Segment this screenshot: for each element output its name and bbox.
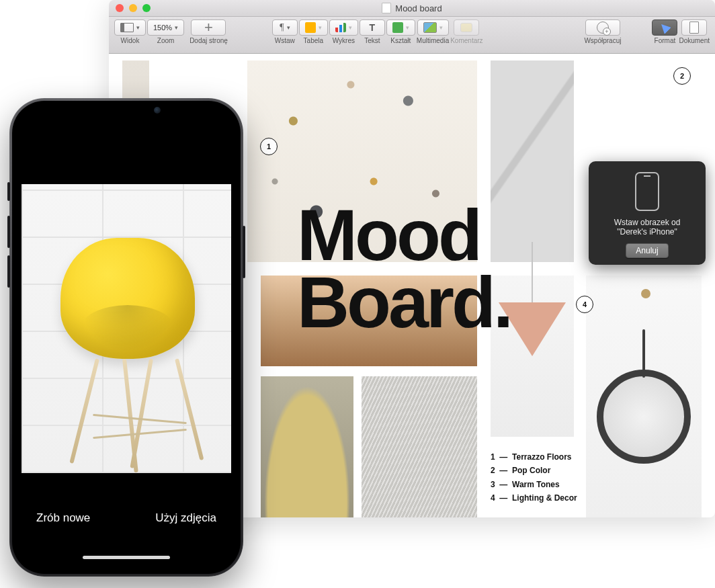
marker-1[interactable]: 1: [260, 138, 278, 155]
chevron-down-icon: ▾: [175, 24, 178, 31]
window-title: Mood board: [109, 3, 715, 13]
retake-button[interactable]: Zrób nowe: [36, 511, 90, 525]
plus-icon: +: [204, 23, 213, 32]
chart-label: Wykres: [333, 37, 355, 44]
notch: [69, 101, 183, 120]
media-icon: [423, 22, 437, 33]
chair-seat: [60, 238, 195, 359]
legend-row: 4 — Lighting & Decor: [491, 491, 577, 505]
marker-2[interactable]: 2: [673, 67, 691, 85]
text-icon: T: [370, 22, 376, 33]
collaborate-label: Współpracuj: [584, 37, 621, 44]
cancel-button[interactable]: Anuluj: [626, 243, 668, 258]
use-photo-button[interactable]: Użyj zdjęcia: [155, 511, 216, 525]
volume-down-button[interactable]: [7, 255, 10, 288]
iphone-outline-icon: [635, 172, 659, 211]
add-page-label: Dodaj stronę: [190, 37, 228, 44]
table-icon: [305, 22, 316, 33]
window-titlebar[interactable]: Mood board: [109, 0, 715, 17]
collaborate-button[interactable]: [585, 19, 620, 36]
comment-button: [454, 19, 479, 36]
shape-button[interactable]: ▾: [386, 19, 415, 36]
chevron-down-icon: ▾: [349, 24, 352, 31]
shape-icon: [392, 22, 403, 33]
silence-switch[interactable]: [7, 182, 10, 201]
view-icon: [120, 23, 134, 32]
mirror-icon: [597, 370, 691, 464]
chevron-down-icon: ▾: [287, 24, 290, 31]
format-label: Format: [655, 37, 676, 44]
text-button[interactable]: T: [360, 19, 385, 36]
popover-text-line1: Wstaw obrazek od: [595, 218, 699, 227]
iphone-bezel: Zrób nowe Użyj zdjęcia: [12, 101, 241, 574]
chevron-down-icon: ▾: [319, 24, 322, 31]
camera-bottom-bar: Zrób nowe Użyj zdjęcia: [22, 484, 231, 564]
text-label: Tekst: [364, 37, 380, 44]
paragraph-icon: ¶: [280, 22, 284, 33]
image-couch[interactable]: [261, 376, 353, 517]
mirror-hook-icon: [641, 289, 650, 298]
view-button[interactable]: ▾: [114, 19, 146, 36]
image-mirror[interactable]: [586, 276, 702, 517]
insert-button[interactable]: ¶ ▾: [272, 19, 298, 36]
window-title-text: Mood board: [395, 3, 441, 13]
media-label: Multimedia: [417, 37, 449, 44]
iphone-device: Zrób nowe Użyj zdjęcia: [9, 98, 243, 577]
chair-leg: [69, 358, 99, 464]
chevron-down-icon: ▾: [136, 24, 140, 31]
home-indicator[interactable]: [83, 556, 170, 559]
chair-leg: [130, 358, 153, 468]
zoom-button[interactable]: 150% ▾: [147, 19, 184, 36]
doc-heading[interactable]: Mood Board.: [297, 202, 511, 337]
iphone-screen: Zrób nowe Użyj zdjęcia: [22, 110, 231, 564]
camera-viewfinder[interactable]: [22, 184, 231, 473]
minimize-icon[interactable]: [129, 4, 137, 12]
zoom-value: 150%: [153, 24, 172, 32]
marker-4[interactable]: 4: [576, 296, 593, 313]
side-button[interactable]: [243, 226, 245, 278]
collaborate-icon: [597, 22, 609, 34]
legend-row: 1 — Terrazzo Floors: [491, 450, 577, 464]
chair-leg: [175, 358, 204, 460]
shape-label: Kształt: [390, 37, 411, 44]
media-button[interactable]: ▾: [417, 19, 449, 36]
format-icon: [659, 21, 672, 34]
document-label: Dokument: [679, 37, 710, 44]
document-icon: [382, 3, 391, 13]
document-button[interactable]: [681, 19, 707, 36]
chart-button[interactable]: ▾: [329, 19, 358, 36]
add-page-button[interactable]: +: [191, 19, 226, 36]
document-icon: [689, 22, 699, 34]
table-label: Tabela: [304, 37, 323, 44]
legend-row: 2 — Pop Color: [491, 464, 577, 477]
toolbar: ▾ Widok 150% ▾ Zoom + Dodaj stronę: [109, 17, 715, 54]
chevron-down-icon: ▾: [439, 24, 443, 31]
comment-label: Komentarz: [450, 37, 482, 44]
zoom-label: Zoom: [157, 37, 175, 44]
continuity-camera-popover: Wstaw obrazek od "Derek's iPhone" Anuluj: [589, 161, 706, 265]
comment-icon: [460, 23, 472, 32]
doc-heading-line2: Board.: [297, 261, 511, 343]
chart-icon: [335, 23, 346, 32]
view-label: Widok: [121, 37, 140, 44]
volume-up-button[interactable]: [7, 216, 10, 248]
fullscreen-icon[interactable]: [142, 4, 151, 12]
chevron-down-icon: ▾: [406, 24, 409, 31]
table-button[interactable]: ▾: [299, 19, 328, 36]
popover-text-line2: "Derek's iPhone": [595, 227, 699, 237]
yellow-chair: [48, 231, 223, 473]
format-button[interactable]: [652, 19, 677, 36]
legend-row: 3 — Warm Tones: [491, 478, 577, 491]
image-fur[interactable]: [362, 376, 477, 517]
traffic-lights: [109, 4, 151, 12]
insert-label: Wstaw: [275, 37, 295, 44]
close-icon[interactable]: [116, 4, 124, 12]
legend[interactable]: 1 — Terrazzo Floors 2 — Pop Color 3 — Wa…: [491, 450, 577, 505]
